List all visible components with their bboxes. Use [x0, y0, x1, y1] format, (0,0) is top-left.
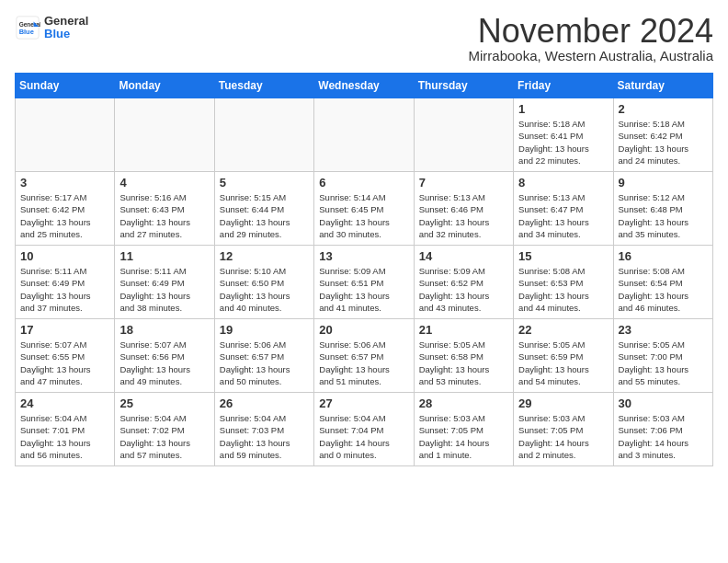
- calendar-cell: 23Sunrise: 5:05 AM Sunset: 7:00 PM Dayli…: [613, 319, 712, 393]
- day-info: Sunrise: 5:13 AM Sunset: 6:46 PM Dayligh…: [419, 191, 508, 240]
- day-number: 27: [319, 396, 408, 410]
- day-info: Sunrise: 5:07 AM Sunset: 6:55 PM Dayligh…: [20, 339, 109, 387]
- page-header: General Blue General Blue November 2024 …: [15, 15, 713, 63]
- day-number: 22: [518, 323, 608, 337]
- calendar-cell: 26Sunrise: 5:04 AM Sunset: 7:03 PM Dayli…: [214, 393, 313, 466]
- day-info: Sunrise: 5:03 AM Sunset: 7:05 PM Dayligh…: [518, 412, 608, 461]
- day-info: Sunrise: 5:10 AM Sunset: 6:50 PM Dayligh…: [220, 265, 309, 314]
- calendar-cell: 9Sunrise: 5:12 AM Sunset: 6:48 PM Daylig…: [613, 172, 712, 246]
- calendar-table: SundayMondayTuesdayWednesdayThursdayFrid…: [15, 73, 713, 466]
- calendar-cell: 1Sunrise: 5:18 AM Sunset: 6:41 PM Daylig…: [514, 98, 613, 172]
- calendar-cell: [414, 98, 513, 172]
- weekday-header-wednesday: Wednesday: [314, 74, 414, 98]
- day-info: Sunrise: 5:16 AM Sunset: 6:43 PM Dayligh…: [119, 191, 209, 240]
- day-number: 8: [518, 176, 608, 190]
- weekday-header-saturday: Saturday: [613, 74, 712, 98]
- calendar-cell: [115, 98, 214, 172]
- month-title: November 2024: [468, 15, 713, 48]
- day-info: Sunrise: 5:11 AM Sunset: 6:49 PM Dayligh…: [20, 265, 109, 314]
- day-info: Sunrise: 5:17 AM Sunset: 6:42 PM Dayligh…: [20, 191, 109, 240]
- day-info: Sunrise: 5:14 AM Sunset: 6:45 PM Dayligh…: [319, 191, 408, 240]
- day-info: Sunrise: 5:08 AM Sunset: 6:53 PM Dayligh…: [518, 265, 608, 314]
- day-number: 10: [20, 249, 109, 263]
- calendar-cell: [16, 98, 115, 172]
- day-info: Sunrise: 5:18 AM Sunset: 6:41 PM Dayligh…: [518, 118, 608, 167]
- day-number: 20: [319, 323, 408, 337]
- day-number: 21: [419, 323, 508, 337]
- day-info: Sunrise: 5:06 AM Sunset: 6:57 PM Dayligh…: [319, 339, 408, 387]
- day-number: 12: [220, 249, 309, 263]
- calendar-cell: 27Sunrise: 5:04 AM Sunset: 7:04 PM Dayli…: [314, 393, 414, 466]
- day-number: 19: [220, 323, 309, 337]
- calendar-cell: 28Sunrise: 5:03 AM Sunset: 7:05 PM Dayli…: [414, 393, 513, 466]
- weekday-header-tuesday: Tuesday: [214, 74, 313, 98]
- day-info: Sunrise: 5:12 AM Sunset: 6:48 PM Dayligh…: [619, 191, 708, 240]
- day-number: 30: [619, 396, 708, 410]
- day-number: 7: [419, 176, 508, 190]
- location: Mirrabooka, Western Australia, Australia: [468, 48, 713, 63]
- calendar-cell: [314, 98, 414, 172]
- day-number: 3: [20, 176, 109, 190]
- logo: General Blue General Blue: [15, 15, 88, 41]
- logo-blue: Blue: [44, 28, 88, 40]
- day-number: 17: [20, 323, 109, 337]
- calendar-cell: 14Sunrise: 5:09 AM Sunset: 6:52 PM Dayli…: [414, 246, 513, 319]
- day-info: Sunrise: 5:04 AM Sunset: 7:04 PM Dayligh…: [319, 412, 408, 461]
- day-info: Sunrise: 5:13 AM Sunset: 6:47 PM Dayligh…: [518, 191, 608, 240]
- calendar-cell: 4Sunrise: 5:16 AM Sunset: 6:43 PM Daylig…: [115, 172, 214, 246]
- calendar-cell: 22Sunrise: 5:05 AM Sunset: 6:59 PM Dayli…: [514, 319, 613, 393]
- day-number: 16: [619, 249, 708, 263]
- calendar-cell: 12Sunrise: 5:10 AM Sunset: 6:50 PM Dayli…: [214, 246, 313, 319]
- day-number: 24: [20, 396, 109, 410]
- calendar-week-2: 3Sunrise: 5:17 AM Sunset: 6:42 PM Daylig…: [16, 172, 713, 246]
- day-number: 18: [119, 323, 209, 337]
- calendar-cell: [214, 98, 313, 172]
- calendar-cell: 13Sunrise: 5:09 AM Sunset: 6:51 PM Dayli…: [314, 246, 414, 319]
- calendar-cell: 15Sunrise: 5:08 AM Sunset: 6:53 PM Dayli…: [514, 246, 613, 319]
- day-info: Sunrise: 5:04 AM Sunset: 7:02 PM Dayligh…: [119, 412, 209, 461]
- weekday-header-sunday: Sunday: [16, 74, 115, 98]
- calendar-week-5: 24Sunrise: 5:04 AM Sunset: 7:01 PM Dayli…: [16, 393, 713, 466]
- day-info: Sunrise: 5:05 AM Sunset: 7:00 PM Dayligh…: [619, 339, 708, 387]
- day-info: Sunrise: 5:04 AM Sunset: 7:03 PM Dayligh…: [220, 412, 309, 461]
- day-info: Sunrise: 5:11 AM Sunset: 6:49 PM Dayligh…: [119, 265, 209, 314]
- day-info: Sunrise: 5:09 AM Sunset: 6:52 PM Dayligh…: [419, 265, 508, 314]
- calendar-cell: 17Sunrise: 5:07 AM Sunset: 6:55 PM Dayli…: [16, 319, 115, 393]
- calendar-week-3: 10Sunrise: 5:11 AM Sunset: 6:49 PM Dayli…: [16, 246, 713, 319]
- calendar-cell: 16Sunrise: 5:08 AM Sunset: 6:54 PM Dayli…: [613, 246, 712, 319]
- day-info: Sunrise: 5:05 AM Sunset: 6:58 PM Dayligh…: [419, 339, 508, 387]
- logo-icon: General Blue: [15, 15, 40, 40]
- calendar-week-1: 1Sunrise: 5:18 AM Sunset: 6:41 PM Daylig…: [16, 98, 713, 172]
- weekday-header-friday: Friday: [514, 74, 613, 98]
- day-number: 1: [518, 102, 608, 116]
- calendar-cell: 2Sunrise: 5:18 AM Sunset: 6:42 PM Daylig…: [613, 98, 712, 172]
- calendar-cell: 20Sunrise: 5:06 AM Sunset: 6:57 PM Dayli…: [314, 319, 414, 393]
- calendar-cell: 24Sunrise: 5:04 AM Sunset: 7:01 PM Dayli…: [16, 393, 115, 466]
- calendar-cell: 6Sunrise: 5:14 AM Sunset: 6:45 PM Daylig…: [314, 172, 414, 246]
- day-number: 29: [518, 396, 608, 410]
- calendar-cell: 18Sunrise: 5:07 AM Sunset: 6:56 PM Dayli…: [115, 319, 214, 393]
- day-info: Sunrise: 5:07 AM Sunset: 6:56 PM Dayligh…: [119, 339, 209, 387]
- day-number: 28: [419, 396, 508, 410]
- calendar-week-4: 17Sunrise: 5:07 AM Sunset: 6:55 PM Dayli…: [16, 319, 713, 393]
- day-info: Sunrise: 5:08 AM Sunset: 6:54 PM Dayligh…: [619, 265, 708, 314]
- day-number: 11: [119, 249, 209, 263]
- calendar-cell: 19Sunrise: 5:06 AM Sunset: 6:57 PM Dayli…: [214, 319, 313, 393]
- day-info: Sunrise: 5:03 AM Sunset: 7:06 PM Dayligh…: [619, 412, 708, 461]
- logo-general: General: [44, 15, 88, 28]
- calendar-cell: 3Sunrise: 5:17 AM Sunset: 6:42 PM Daylig…: [16, 172, 115, 246]
- calendar-cell: 30Sunrise: 5:03 AM Sunset: 7:06 PM Dayli…: [613, 393, 712, 466]
- day-number: 5: [220, 176, 309, 190]
- calendar-cell: 7Sunrise: 5:13 AM Sunset: 6:46 PM Daylig…: [414, 172, 513, 246]
- day-number: 23: [619, 323, 708, 337]
- calendar-cell: 29Sunrise: 5:03 AM Sunset: 7:05 PM Dayli…: [514, 393, 613, 466]
- day-number: 2: [619, 102, 708, 116]
- day-info: Sunrise: 5:05 AM Sunset: 6:59 PM Dayligh…: [518, 339, 608, 387]
- title-area: November 2024 Mirrabooka, Western Austra…: [468, 15, 713, 63]
- weekday-header-row: SundayMondayTuesdayWednesdayThursdayFrid…: [16, 74, 713, 98]
- day-number: 26: [220, 396, 309, 410]
- day-number: 25: [119, 396, 209, 410]
- calendar-cell: 11Sunrise: 5:11 AM Sunset: 6:49 PM Dayli…: [115, 246, 214, 319]
- day-number: 13: [319, 249, 408, 263]
- calendar-cell: 10Sunrise: 5:11 AM Sunset: 6:49 PM Dayli…: [16, 246, 115, 319]
